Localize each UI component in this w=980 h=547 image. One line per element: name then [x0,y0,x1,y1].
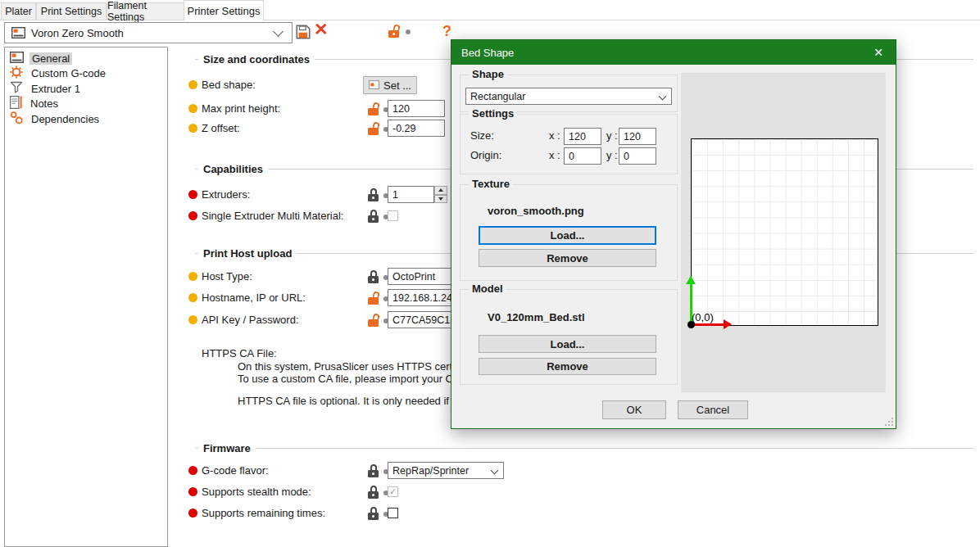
lock-closed-icon[interactable] [368,486,379,499]
size-y-input[interactable]: 120 [619,128,656,145]
size-x-input[interactable]: 120 [564,128,601,145]
tab-filament-settings[interactable]: Filament Settings [107,2,184,20]
option-label: Bed shape: [202,76,256,94]
modified-bullet-icon [188,190,197,199]
sidebar-item-label: Dependencies [29,113,102,125]
lock-closed-icon[interactable] [368,507,379,520]
https-ca-file-line2: To use a custom CA file, please import y… [238,373,476,385]
bed-preview-panel: (0,0) [681,73,886,392]
revert-dot-icon[interactable] [406,29,411,34]
size-y-label: y : [606,129,618,142]
dialog-titlebar[interactable]: Bed Shape ✕ [451,40,896,65]
lock-open-icon[interactable] [368,122,379,135]
single-extruder-multi-material-checkbox[interactable] [388,210,398,221]
option-label: Supports remaining times: [202,504,325,522]
settings-group-label: Settings [469,107,517,120]
sidebar-item-general[interactable]: General [5,51,167,66]
texture-remove-button[interactable]: Remove [479,249,656,267]
option-label: Max print height: [202,100,280,118]
z-offset-input[interactable]: -0.29 [388,120,445,137]
extruder-icon [10,81,23,96]
modified-bullet-icon [188,293,197,302]
bed-preview-grid [691,138,878,326]
close-icon[interactable]: ✕ [861,40,896,65]
tab-print-settings[interactable]: Print Settings [36,2,107,20]
origin-y-input[interactable]: 0 [619,147,656,165]
cancel-button[interactable]: Cancel [678,400,748,419]
supports-remaining-times-checkbox[interactable] [388,508,398,518]
printer-preset-name: Voron Zero Smooth [31,27,124,39]
lock-closed-icon[interactable] [368,210,379,223]
prusaslicer-window: PlaterPrint SettingsFilament SettingsPri… [0,0,980,547]
sidebar-item-extruder-1[interactable]: Extruder 1 [5,81,167,97]
gear-icon [10,66,23,81]
chevron-down-icon [273,26,284,37]
option-label: G-code flavor: [202,462,269,480]
bed-shape-dialog: Bed Shape ✕ Shape Rectangular Settings S… [451,39,896,429]
modified-bullet-icon [188,487,197,496]
option-label: Host Type: [202,268,252,286]
max-print-height-input[interactable]: 120 [388,100,445,117]
spin-up-icon[interactable] [434,186,447,195]
save-preset-icon[interactable] [296,25,311,42]
origin-y-label: y : [606,149,618,161]
lock-closed-icon[interactable] [368,270,379,283]
printer-icon [10,52,24,66]
option-label: Hostname, IP or URL: [202,289,306,307]
sidebar-item-label: Notes [28,97,61,110]
option-row-supports-stealth-mode: Supports stealth mode: ✓ [187,483,588,501]
option-label: Extruders: [202,186,250,204]
extruders-spinner[interactable]: 1 [388,186,447,204]
sidebar-item-label: Custom G-code [29,67,108,79]
origin-coordinates-label: (0,0) [692,311,714,323]
printer-preset-combobox[interactable]: Voron Zero Smooth [4,22,293,43]
help-icon[interactable]: ? [442,23,451,40]
sidebar-item-label: General [29,52,72,65]
modified-bullet-icon [188,104,197,113]
modified-bullet-icon [188,509,197,518]
g-code-flavor-select[interactable]: RepRap/Sprinter [388,462,504,479]
lock-open-icon[interactable] [368,314,379,327]
sidebar-item-custom-g-code[interactable]: Custom G-code [5,66,167,82]
lock-open-icon[interactable] [388,25,399,38]
modified-bullet-icon [188,80,197,89]
supports-stealth-mode-checkbox[interactable]: ✓ [388,486,398,497]
delete-preset-icon[interactable]: ✕ [314,21,329,38]
tab-plater[interactable]: Plater [1,2,36,20]
https-ca-file-title: HTTPS CA File: [202,347,277,359]
x-axis-line [691,323,724,326]
sidebar-item-dependencies[interactable]: Dependencies [5,111,167,127]
x-axis-arrow-icon [724,319,732,329]
printer-icon [11,27,25,41]
modified-bullet-icon [188,315,197,324]
modified-bullet-icon [188,211,197,220]
spin-down-icon[interactable] [434,195,447,204]
model-group: Model V0_120mm_Bed.stl Load... Remove [460,289,678,385]
bed-shape-set-button[interactable]: Set ... [363,76,417,94]
bed-shape-select[interactable]: Rectangular [465,88,672,105]
bed-icon [369,79,379,92]
resize-grip[interactable] [885,418,893,426]
lock-open-icon[interactable] [368,102,379,115]
settings-tree: General Custom G-code Extruder 1 Notes D… [4,47,168,547]
model-group-label: Model [469,283,506,295]
model-remove-button[interactable]: Remove [479,358,656,375]
option-label: Supports stealth mode: [202,483,311,501]
sidebar-item-notes[interactable]: Notes [5,97,167,112]
texture-load-button[interactable]: Load... [479,226,656,245]
model-load-button[interactable]: Load... [479,335,656,353]
size-x-label: x : [549,129,560,142]
texture-filename: voron_smooth.png [488,205,584,217]
lock-closed-icon[interactable] [368,464,379,477]
origin-x-input[interactable]: 0 [564,147,601,165]
dialog-title: Bed Shape [461,47,514,59]
modified-bullet-icon [188,124,197,133]
ok-button[interactable]: OK [602,400,666,419]
notes-icon [10,96,22,111]
tab-printer-settings[interactable]: Printer Settings [184,0,264,20]
option-row-supports-remaining-times: Supports remaining times: [187,504,588,522]
lock-open-icon[interactable] [368,292,379,305]
option-label: Z offset: [202,120,240,138]
lock-closed-icon[interactable] [368,188,379,201]
option-label: API Key / Password: [202,311,299,329]
